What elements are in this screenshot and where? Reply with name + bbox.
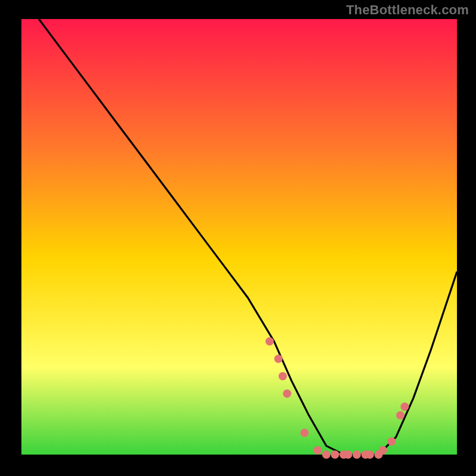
data-point — [400, 403, 409, 411]
data-point — [379, 446, 387, 455]
data-point — [344, 450, 352, 459]
data-point — [387, 437, 396, 446]
data-point — [278, 372, 287, 380]
data-point — [322, 450, 330, 459]
bottleneck-chart — [0, 0, 476, 476]
data-point — [265, 337, 274, 346]
chart-container: TheBottleneck.com — [0, 0, 476, 476]
data-point — [300, 428, 309, 437]
data-point — [314, 446, 322, 455]
data-point — [283, 390, 292, 398]
data-point — [353, 450, 361, 459]
data-point — [366, 450, 374, 459]
data-point — [331, 450, 339, 459]
watermark-text: TheBottleneck.com — [346, 2, 469, 18]
data-point — [396, 411, 405, 419]
data-point — [274, 355, 283, 363]
